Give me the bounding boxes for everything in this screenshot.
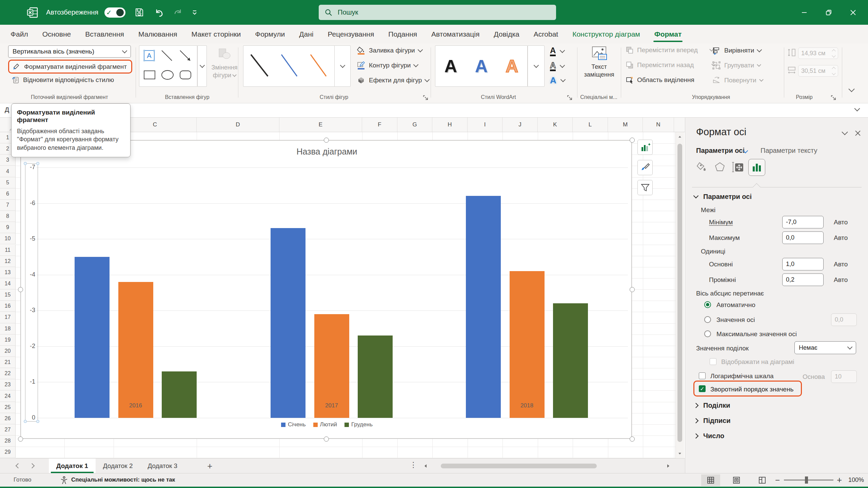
row-header[interactable]: 19: [0, 334, 16, 346]
row-header[interactable]: 11: [0, 245, 16, 256]
column-header[interactable]: H: [432, 118, 468, 132]
sheet-next-icon[interactable]: [30, 463, 34, 469]
reset-to-match-style-button[interactable]: Відновити відповідність стилю: [12, 76, 114, 84]
shape-effects-button[interactable]: Ефекти для фігур: [357, 76, 429, 85]
chart-styles-button[interactable]: [637, 160, 653, 175]
wordart-style-black[interactable]: A: [444, 57, 457, 75]
change-shape-button[interactable]: Змінення фігури: [211, 47, 238, 79]
row-header[interactable]: 15: [0, 289, 16, 301]
search-bar[interactable]: [319, 5, 556, 20]
accessibility-status[interactable]: Спеціальні можливості: щось не так: [71, 476, 175, 483]
major-units-input[interactable]: 1,0: [782, 258, 824, 270]
scrollbar-thumb[interactable]: [441, 464, 597, 468]
wordart-style-blue[interactable]: A: [475, 57, 488, 75]
sheet-tab[interactable]: Додаток 1: [49, 459, 96, 473]
legend-item[interactable]: Грудень: [344, 421, 373, 428]
bar-Лютий[interactable]: [118, 282, 153, 418]
minimum-input[interactable]: -7,0: [782, 216, 824, 228]
radio-axis-maximum[interactable]: [704, 330, 711, 337]
collapse-ribbon-chevron-icon[interactable]: [849, 87, 854, 94]
chart-legend[interactable]: СіченьЛютийГрудень: [21, 421, 633, 428]
kebab-menu-icon[interactable]: ⋮: [410, 461, 417, 469]
zoom-out-button[interactable]: −: [775, 475, 780, 485]
bar-Грудень[interactable]: [162, 371, 197, 418]
ribbon-tab[interactable]: Подання: [381, 25, 424, 43]
selection-handle[interactable]: [18, 436, 23, 442]
row-header[interactable]: 28: [0, 435, 16, 447]
row-header[interactable]: 12: [0, 256, 16, 267]
view-page-break-button[interactable]: [753, 474, 772, 486]
row-header[interactable]: 23: [0, 379, 16, 390]
section-axis-options[interactable]: Параметри осі: [694, 193, 752, 201]
row-header[interactable]: 4: [0, 166, 16, 177]
close-button[interactable]: [841, 0, 865, 25]
shapes-gallery-more-button[interactable]: [197, 45, 207, 87]
spinner-arrows-icon[interactable]: [832, 67, 835, 75]
row-header[interactable]: 21: [0, 357, 16, 368]
insert-shapes-gallery[interactable]: A: [139, 45, 197, 87]
sheet-prev-icon[interactable]: [16, 463, 20, 469]
selection-handle[interactable]: [630, 436, 635, 442]
zoom-slider[interactable]: [784, 480, 833, 481]
search-input[interactable]: [337, 8, 528, 17]
scroll-up-icon[interactable]: [678, 135, 682, 139]
radio-axis-value[interactable]: [704, 316, 711, 323]
bar-Січень[interactable]: [271, 228, 305, 418]
column-header[interactable]: J: [502, 118, 538, 132]
hscroll-left-icon[interactable]: [423, 464, 428, 468]
effects-icon[interactable]: [712, 159, 728, 175]
minor-units-input[interactable]: 0,2: [782, 273, 824, 286]
row-header[interactable]: 24: [0, 390, 16, 402]
row-header[interactable]: 22: [0, 368, 16, 379]
shape-outline-button[interactable]: Контур фігури: [357, 61, 418, 70]
tab-axis-options[interactable]: Параметри осі: [696, 147, 745, 155]
chart-object[interactable]: Назва діаграми -7-6-5-4-3-2-10 201620172…: [20, 140, 632, 439]
collapsed-section-3[interactable]: Число: [694, 432, 724, 440]
chart-filters-button[interactable]: [637, 180, 653, 195]
ribbon-tab[interactable]: Вставлення: [78, 25, 131, 43]
pane-collapse-chevron-icon[interactable]: [843, 130, 847, 137]
column-header[interactable]: I: [468, 118, 502, 132]
bar-Січень[interactable]: [466, 196, 501, 418]
row-header[interactable]: 29: [0, 447, 16, 458]
row-header[interactable]: 5: [0, 177, 16, 188]
zoom-in-button[interactable]: +: [837, 475, 842, 485]
selection-handle[interactable]: [324, 138, 329, 143]
text-effects-button[interactable]: A: [550, 76, 565, 85]
row-header[interactable]: 18: [0, 323, 16, 334]
ribbon-tab[interactable]: Автоматизація: [424, 25, 487, 43]
wordart-more-button[interactable]: [528, 45, 545, 87]
wordart-gallery[interactable]: A A A: [435, 45, 528, 87]
row-header[interactable]: 26: [0, 413, 16, 424]
column-header[interactable]: M: [608, 118, 643, 132]
save-icon[interactable]: [134, 7, 144, 18]
selection-handle[interactable]: [630, 287, 635, 292]
radio-automatic[interactable]: [704, 301, 711, 308]
shape-styles-more-button[interactable]: [334, 45, 351, 87]
horizontal-scrollbar[interactable]: [433, 464, 665, 468]
axis-options-icon-selected[interactable]: [748, 159, 765, 176]
chart-elements-button[interactable]: [637, 140, 653, 155]
vertical-scrollbar[interactable]: [675, 132, 684, 458]
scrollbar-thumb[interactable]: [677, 144, 682, 442]
ribbon-tab[interactable]: Довідка: [487, 25, 527, 43]
group-button[interactable]: Групувати: [712, 61, 761, 70]
redo-icon[interactable]: [173, 7, 183, 18]
ribbon-tab[interactable]: Макет сторінки: [184, 25, 248, 43]
rotate-button[interactable]: Повернути: [712, 76, 763, 85]
view-page-layout-button[interactable]: [727, 474, 746, 486]
wordart-dialog-launcher[interactable]: [567, 95, 573, 101]
row-header[interactable]: 17: [0, 312, 16, 323]
bring-forward-button[interactable]: Перемістити вперед: [626, 46, 713, 54]
quick-access-chevron-icon[interactable]: [192, 10, 197, 15]
ribbon-tab[interactable]: Acrobat: [527, 25, 565, 43]
wordart-style-orange[interactable]: A: [506, 57, 518, 75]
row-header[interactable]: 10: [0, 233, 16, 244]
row-header[interactable]: 14: [0, 278, 16, 289]
collapsed-section-1[interactable]: Поділки: [694, 402, 730, 409]
ribbon-tab[interactable]: Формат: [647, 25, 689, 43]
ribbon-tab[interactable]: Конструктор діаграм: [565, 25, 647, 43]
ribbon-tab[interactable]: Формули: [248, 25, 292, 43]
column-header[interactable]: D: [197, 118, 279, 132]
size-properties-icon[interactable]: [730, 159, 746, 175]
